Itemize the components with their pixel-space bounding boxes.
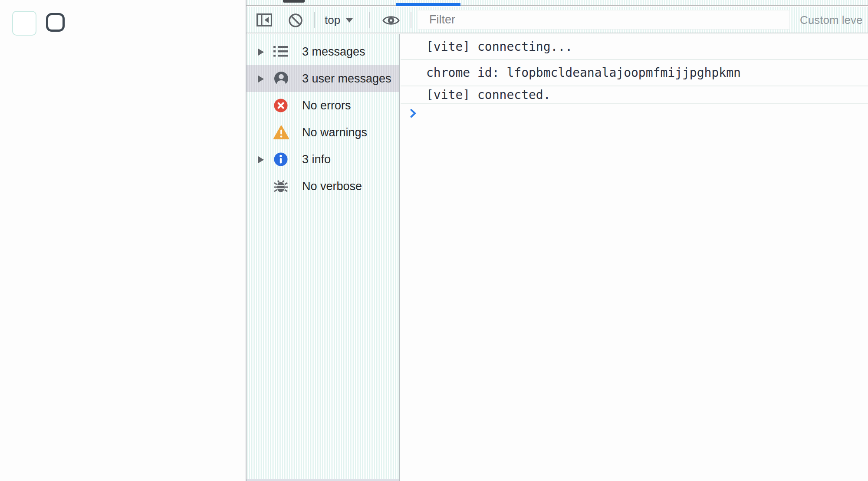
console-message-row: chrome id: lfopbmcldeanalajoopmfmijjpghp… [401,60,868,86]
console-output: [vite] connecting... chrome id: lfopbmcl… [401,34,868,481]
context-dropdown[interactable]: top [325,7,353,33]
sidebar-item-label: 3 user messages [302,72,391,86]
clear-console-button[interactable] [288,13,303,28]
console-message-text: [vite] connected. [426,88,551,102]
console-sidebar: 3 messages 3 user messages No [247,34,400,481]
checkbox-unchecked-dark[interactable] [46,13,65,32]
sidebar-item-verbose[interactable]: No verbose [247,173,399,200]
tab-icon-fragment [283,0,305,3]
console-message-text: [vite] connecting... [426,40,572,54]
sidebar-item-warnings[interactable]: No warnings [247,119,399,146]
sidebar-item-errors[interactable]: No errors [247,92,399,119]
sidebar-item-label: No errors [302,99,351,112]
custom-levels-label: Custom leve [800,13,863,27]
console-prompt[interactable] [401,104,868,122]
toolbar-separator [369,12,370,28]
eye-icon [382,22,400,28]
console-message-text: chrome id: lfopbmcldeanalajoopmfmijjpghp… [426,66,741,80]
create-live-expression-button[interactable] [382,14,400,27]
filter-input[interactable] [418,10,790,30]
console-message-row: [vite] connecting... [401,34,868,60]
warning-icon [273,125,289,140]
console-toolbar: top Custom leve [247,7,868,33]
prompt-chevron-icon [410,108,417,119]
toolbar-separator [411,12,411,28]
list-icon [273,45,288,59]
chevron-down-icon [346,18,353,23]
sidebar-item-all-messages[interactable]: 3 messages [247,38,399,65]
sidebar-item-label: 3 info [302,153,331,166]
sidebar-item-user-messages[interactable]: 3 user messages [247,65,399,92]
context-dropdown-label: top [325,13,340,27]
toolbar-separator [314,12,315,28]
expand-arrow-icon[interactable] [258,76,264,82]
checkbox-unchecked-light[interactable] [12,11,36,36]
panel-toggle-icon [256,23,273,30]
user-icon [273,71,289,86]
sidebar-item-info[interactable]: 3 info [247,146,399,173]
bug-icon [273,179,288,194]
sidebar-bottom-edge [247,479,399,481]
custom-levels-dropdown[interactable]: Custom leve [800,7,868,33]
expand-arrow-icon[interactable] [258,49,264,56]
toggle-sidebar-button[interactable] [256,12,273,28]
devtools-panel: top Custom leve [246,0,868,481]
console-message-row: [vite] connected. [401,86,868,104]
expand-arrow-icon[interactable] [258,156,264,163]
clear-console-icon [288,23,303,30]
page-content [0,0,246,481]
sidebar-item-label: No warnings [302,126,367,139]
info-icon [273,152,288,167]
error-icon [273,98,288,113]
sidebar-item-label: No verbose [302,180,362,193]
active-tab-underline [396,3,460,6]
sidebar-item-label: 3 messages [302,45,365,59]
devtools-tab-strip [247,0,868,6]
